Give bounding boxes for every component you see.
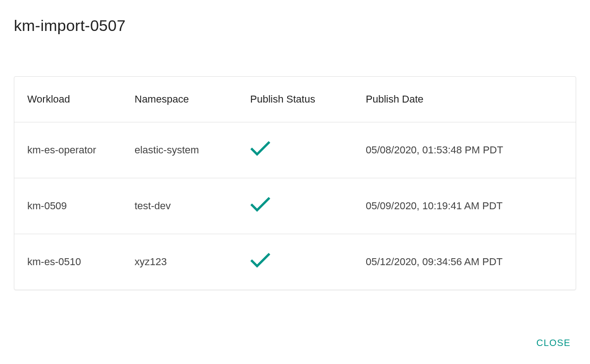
dialog-title: km-import-0507 — [0, 0, 590, 35]
check-icon — [250, 253, 270, 268]
workload-table-card: Workload Namespace Publish Status Publis… — [14, 76, 576, 290]
table-header-row: Workload Namespace Publish Status Publis… — [14, 77, 576, 122]
cell-publish-status — [250, 234, 366, 290]
column-header-publish-status: Publish Status — [250, 77, 366, 122]
cell-namespace: test-dev — [135, 178, 250, 234]
close-button[interactable]: CLOSE — [531, 334, 576, 352]
cell-publish-status — [250, 122, 366, 178]
cell-publish-date: 05/09/2020, 10:19:41 AM PDT — [366, 178, 576, 234]
column-header-publish-date: Publish Date — [366, 77, 576, 122]
table-row: km-es-0510 xyz123 05/12/2020, 09:34:56 A… — [14, 234, 576, 290]
table-row: km-0509 test-dev 05/09/2020, 10:19:41 AM… — [14, 178, 576, 234]
cell-publish-date: 05/12/2020, 09:34:56 AM PDT — [366, 234, 576, 290]
table-row: km-es-operator elastic-system 05/08/2020… — [14, 122, 576, 178]
cell-workload: km-es-0510 — [14, 234, 135, 290]
cell-namespace: elastic-system — [135, 122, 250, 178]
cell-namespace: xyz123 — [135, 234, 250, 290]
cell-workload: km-es-operator — [14, 122, 135, 178]
dialog-actions: CLOSE — [531, 334, 576, 352]
workload-table: Workload Namespace Publish Status Publis… — [14, 77, 576, 290]
cell-workload: km-0509 — [14, 178, 135, 234]
column-header-workload: Workload — [14, 77, 135, 122]
check-icon — [250, 197, 270, 212]
cell-publish-date: 05/08/2020, 01:53:48 PM PDT — [366, 122, 576, 178]
cell-publish-status — [250, 178, 366, 234]
column-header-namespace: Namespace — [135, 77, 250, 122]
check-icon — [250, 141, 270, 157]
